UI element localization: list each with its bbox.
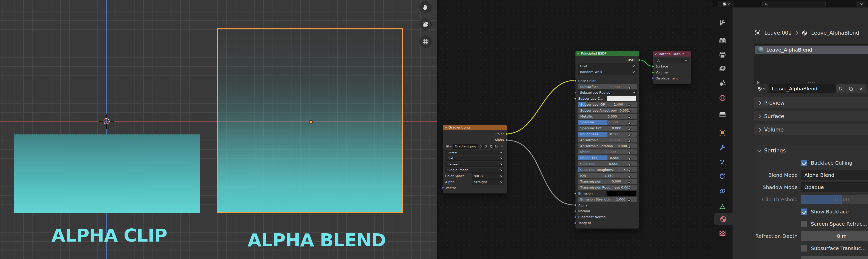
- input-socket[interactable]: [628, 146, 631, 148]
- bsdf-row-metallic[interactable]: Metallic0.000: [578, 114, 637, 119]
- collapse-chevron-icon[interactable]: [445, 126, 447, 128]
- image-texture-node[interactable]: Gradient.png Color Alpha: [443, 124, 507, 193]
- breadcrumb-object[interactable]: Leave.001: [765, 30, 792, 36]
- preview-panel[interactable]: Preview: [754, 97, 868, 108]
- unlink-material-button[interactable]: [856, 84, 866, 94]
- fake-user-shield-button[interactable]: [836, 84, 846, 94]
- tab-modifiers[interactable]: [713, 142, 733, 154]
- input-socket[interactable]: [628, 199, 631, 202]
- tab-material-active[interactable]: [714, 213, 733, 225]
- tab-output[interactable]: [713, 49, 733, 61]
- bsdf-row-specular[interactable]: Specular0.500: [578, 120, 637, 125]
- bsdf-row-transmission[interactable]: Transmission0.000: [578, 179, 637, 184]
- dropdown-shadow-mode[interactable]: Opaque: [801, 182, 868, 192]
- volume-input-socket[interactable]: [651, 71, 654, 74]
- extension-select[interactable]: Repeat: [445, 162, 504, 166]
- input-socket[interactable]: [628, 181, 631, 184]
- surface-input-socket[interactable]: [651, 65, 654, 68]
- checkbox[interactable]: [801, 209, 807, 215]
- bsdf-row-emission[interactable]: Emission: [578, 191, 637, 196]
- image-node-header[interactable]: Gradient.png: [443, 125, 507, 130]
- displacement-input-socket[interactable]: [651, 77, 654, 80]
- tab-scene[interactable]: [713, 77, 733, 89]
- bsdf-row-random-walk[interactable]: Random Walk: [578, 70, 637, 74]
- field-clip-threshold[interactable]: 0.500: [801, 195, 868, 204]
- tab-physics[interactable]: [713, 170, 733, 182]
- checkbox[interactable]: [801, 160, 807, 166]
- field-refraction-depth[interactable]: 0 m: [801, 231, 868, 241]
- alpha-blend-plane-selected[interactable]: [217, 28, 403, 213]
- input-socket[interactable]: [628, 187, 631, 190]
- bsdf-row-subsurface-radius[interactable]: Subsurface Radius: [578, 90, 637, 95]
- tab-view-layer[interactable]: [713, 63, 733, 75]
- bsdf-row-roughness[interactable]: Roughness0.500: [578, 132, 637, 137]
- material-name-field[interactable]: Leave_AlphaBlend: [769, 84, 836, 94]
- input-socket[interactable]: [628, 128, 631, 131]
- source-select[interactable]: Single Image: [445, 168, 504, 173]
- input-socket[interactable]: [628, 116, 631, 119]
- bsdf-row-transmission-roughness[interactable]: Transmission Roughness0.000: [578, 185, 637, 190]
- bsdf-row-sheen-tint[interactable]: Sheen Tint0.500: [578, 155, 637, 160]
- bsdf-row-anisotropic-rotation[interactable]: Anisotropic Rotation0.000: [578, 143, 637, 148]
- checkbox[interactable]: [801, 221, 807, 227]
- material-output-node[interactable]: Material Output All Surface Volume Displ…: [653, 51, 691, 84]
- tab-world[interactable]: [713, 92, 733, 104]
- 3d-viewport[interactable]: ALPHA CLIP ALPHA BLEND: [0, 0, 437, 259]
- unlink-image-button[interactable]: [500, 144, 504, 149]
- bsdf-row-specular-tint[interactable]: Specular Tint0.000: [578, 126, 637, 131]
- image-name-field[interactable]: Gradient.png: [453, 144, 478, 149]
- bsdf-row-subsurface-anisotropy[interactable]: Subsurface Anisotropy0.000: [578, 108, 637, 113]
- image-users-count-button[interactable]: 3: [479, 144, 483, 149]
- tab-tool[interactable]: [713, 17, 733, 29]
- duplicate-image-button[interactable]: [489, 144, 494, 149]
- input-socket[interactable]: [628, 140, 631, 143]
- bsdf-row-ggx[interactable]: GGX: [578, 64, 637, 69]
- alpha-mode-select[interactable]: Straight: [472, 179, 504, 185]
- tab-object-data[interactable]: [713, 201, 733, 213]
- alpha-output-socket[interactable]: [505, 139, 508, 141]
- input-socket[interactable]: [574, 216, 577, 218]
- input-socket[interactable]: [628, 175, 631, 178]
- input-socket[interactable]: [628, 86, 631, 89]
- image-browse-button[interactable]: [445, 144, 452, 149]
- bsdf-row-sheen[interactable]: Sheen0.000: [578, 149, 637, 154]
- bsdf-row-anisotropic[interactable]: Anisotropic0.000: [578, 138, 637, 143]
- volume-panel[interactable]: Volume: [754, 124, 868, 135]
- input-socket[interactable]: [628, 169, 631, 172]
- input-socket[interactable]: [628, 104, 631, 107]
- input-socket[interactable]: [628, 152, 631, 154]
- tab-collection[interactable]: [713, 109, 733, 120]
- input-socket[interactable]: [628, 163, 631, 166]
- input-socket[interactable]: [628, 110, 631, 113]
- output-target-select[interactable]: All: [655, 58, 689, 63]
- bsdf-row-subsurface[interactable]: Subsurface0.000: [578, 84, 637, 89]
- input-socket[interactable]: [628, 134, 631, 137]
- new-material-button[interactable]: [846, 84, 856, 94]
- material-slot-list[interactable]: Leave_AlphaBlend: [754, 44, 868, 87]
- tab-constraints[interactable]: [713, 185, 733, 197]
- dropdown-blend-mode[interactable]: Alpha Blend: [801, 170, 868, 180]
- input-socket[interactable]: [574, 222, 577, 224]
- collapse-chevron-icon[interactable]: [655, 52, 657, 55]
- properties-search[interactable]: [763, 1, 826, 7]
- vector-input-socket[interactable]: [441, 187, 444, 189]
- tab-object[interactable]: [713, 127, 733, 139]
- input-socket[interactable]: [628, 158, 631, 160]
- breadcrumb-material[interactable]: Leave_AlphaBlend: [811, 30, 859, 36]
- color-swatch[interactable]: [607, 96, 637, 101]
- color-space-select[interactable]: sRGB: [472, 173, 504, 179]
- bsdf-row-emission-strength[interactable]: Emission Strength1.000: [578, 197, 637, 202]
- input-socket[interactable]: [574, 97, 577, 100]
- search-input[interactable]: [770, 1, 816, 6]
- material-slot-active[interactable]: Leave_AlphaBlend: [755, 45, 868, 54]
- color-swatch[interactable]: [607, 191, 637, 196]
- input-socket[interactable]: [574, 79, 577, 82]
- input-socket[interactable]: [574, 210, 577, 213]
- open-image-button[interactable]: [494, 144, 499, 149]
- tab-render[interactable]: [713, 35, 733, 46]
- bsdf-row-clearcoat[interactable]: Clearcoat0.000: [578, 161, 637, 166]
- editor-type-button[interactable]: [718, 1, 734, 7]
- interpolation-select[interactable]: Linear: [445, 150, 504, 155]
- input-socket[interactable]: [574, 204, 577, 207]
- bsdf-row-subsurface-ior[interactable]: Subsurface IOR1.400: [578, 102, 637, 107]
